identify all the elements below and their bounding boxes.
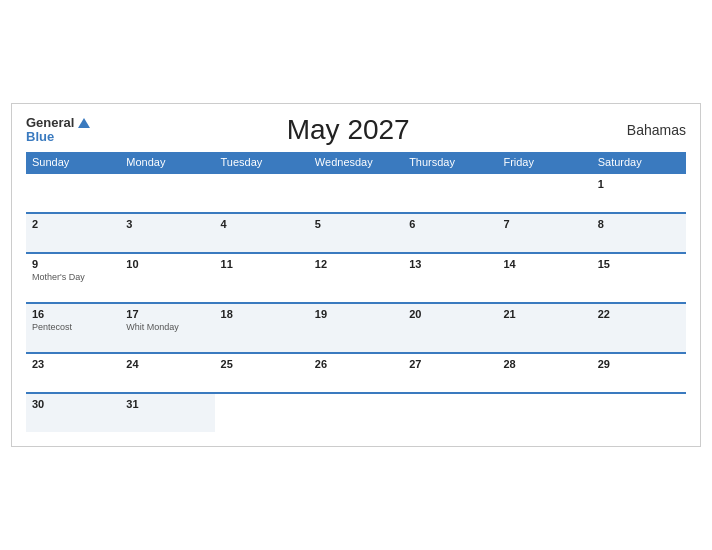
calendar-cell: 2 bbox=[26, 213, 120, 253]
calendar-cell bbox=[26, 173, 120, 213]
calendar-cell: 9Mother's Day bbox=[26, 253, 120, 303]
logo-general: General bbox=[26, 116, 90, 130]
day-number: 28 bbox=[503, 358, 585, 370]
logo-triangle-icon bbox=[78, 118, 90, 128]
day-number: 16 bbox=[32, 308, 114, 320]
calendar-cell: 13 bbox=[403, 253, 497, 303]
day-number: 29 bbox=[598, 358, 680, 370]
calendar-cell: 28 bbox=[497, 353, 591, 393]
day-number: 19 bbox=[315, 308, 397, 320]
calendar-cell: 22 bbox=[592, 303, 686, 353]
calendar-cell: 6 bbox=[403, 213, 497, 253]
weekday-header: Sunday bbox=[26, 152, 120, 173]
logo-blue-text: Blue bbox=[26, 130, 90, 144]
calendar-cell bbox=[215, 393, 309, 432]
day-number: 11 bbox=[221, 258, 303, 270]
country-name: Bahamas bbox=[606, 122, 686, 138]
calendar-cell: 26 bbox=[309, 353, 403, 393]
day-number: 17 bbox=[126, 308, 208, 320]
day-number: 13 bbox=[409, 258, 491, 270]
calendar-cell: 21 bbox=[497, 303, 591, 353]
calendar-cell: 31 bbox=[120, 393, 214, 432]
weekday-header-row: SundayMondayTuesdayWednesdayThursdayFrid… bbox=[26, 152, 686, 173]
weekday-header: Wednesday bbox=[309, 152, 403, 173]
day-number: 26 bbox=[315, 358, 397, 370]
logo-general-text: General bbox=[26, 116, 74, 130]
holiday-label: Mother's Day bbox=[32, 272, 114, 282]
day-number: 1 bbox=[598, 178, 680, 190]
day-number: 25 bbox=[221, 358, 303, 370]
calendar-week-row: 9Mother's Day101112131415 bbox=[26, 253, 686, 303]
calendar-cell bbox=[403, 173, 497, 213]
day-number: 14 bbox=[503, 258, 585, 270]
calendar-cell: 27 bbox=[403, 353, 497, 393]
calendar-table: SundayMondayTuesdayWednesdayThursdayFrid… bbox=[26, 152, 686, 432]
day-number: 8 bbox=[598, 218, 680, 230]
day-number: 15 bbox=[598, 258, 680, 270]
day-number: 22 bbox=[598, 308, 680, 320]
day-number: 5 bbox=[315, 218, 397, 230]
day-number: 6 bbox=[409, 218, 491, 230]
calendar-cell: 11 bbox=[215, 253, 309, 303]
day-number: 10 bbox=[126, 258, 208, 270]
calendar-week-row: 23242526272829 bbox=[26, 353, 686, 393]
calendar-week-row: 16Pentecost17Whit Monday1819202122 bbox=[26, 303, 686, 353]
calendar-cell: 14 bbox=[497, 253, 591, 303]
calendar-cell: 18 bbox=[215, 303, 309, 353]
calendar-cell bbox=[497, 173, 591, 213]
calendar-cell: 17Whit Monday bbox=[120, 303, 214, 353]
day-number: 20 bbox=[409, 308, 491, 320]
calendar-cell: 4 bbox=[215, 213, 309, 253]
calendar-cell bbox=[309, 173, 403, 213]
calendar-cell: 7 bbox=[497, 213, 591, 253]
calendar-cell: 5 bbox=[309, 213, 403, 253]
calendar-week-row: 2345678 bbox=[26, 213, 686, 253]
weekday-header: Friday bbox=[497, 152, 591, 173]
calendar-cell: 15 bbox=[592, 253, 686, 303]
calendar-cell bbox=[215, 173, 309, 213]
calendar-cell bbox=[497, 393, 591, 432]
day-number: 9 bbox=[32, 258, 114, 270]
calendar-cell bbox=[309, 393, 403, 432]
day-number: 27 bbox=[409, 358, 491, 370]
calendar-cell bbox=[592, 393, 686, 432]
calendar-header: General Blue May 2027 Bahamas bbox=[26, 114, 686, 146]
calendar-thead: SundayMondayTuesdayWednesdayThursdayFrid… bbox=[26, 152, 686, 173]
day-number: 31 bbox=[126, 398, 208, 410]
holiday-label: Whit Monday bbox=[126, 322, 208, 332]
calendar-cell: 25 bbox=[215, 353, 309, 393]
weekday-header: Monday bbox=[120, 152, 214, 173]
calendar-cell: 3 bbox=[120, 213, 214, 253]
calendar-title: May 2027 bbox=[90, 114, 606, 146]
calendar-cell: 8 bbox=[592, 213, 686, 253]
day-number: 4 bbox=[221, 218, 303, 230]
weekday-header: Thursday bbox=[403, 152, 497, 173]
calendar-container: General Blue May 2027 Bahamas SundayMond… bbox=[11, 103, 701, 447]
day-number: 21 bbox=[503, 308, 585, 320]
day-number: 30 bbox=[32, 398, 114, 410]
calendar-cell: 23 bbox=[26, 353, 120, 393]
calendar-week-row: 1 bbox=[26, 173, 686, 213]
day-number: 7 bbox=[503, 218, 585, 230]
day-number: 2 bbox=[32, 218, 114, 230]
calendar-cell: 19 bbox=[309, 303, 403, 353]
day-number: 24 bbox=[126, 358, 208, 370]
day-number: 3 bbox=[126, 218, 208, 230]
logo: General Blue bbox=[26, 116, 90, 145]
day-number: 23 bbox=[32, 358, 114, 370]
day-number: 12 bbox=[315, 258, 397, 270]
calendar-week-row: 3031 bbox=[26, 393, 686, 432]
calendar-cell: 10 bbox=[120, 253, 214, 303]
weekday-header: Saturday bbox=[592, 152, 686, 173]
calendar-cell: 16Pentecost bbox=[26, 303, 120, 353]
holiday-label: Pentecost bbox=[32, 322, 114, 332]
calendar-cell: 1 bbox=[592, 173, 686, 213]
calendar-cell bbox=[120, 173, 214, 213]
calendar-cell: 30 bbox=[26, 393, 120, 432]
calendar-cell: 20 bbox=[403, 303, 497, 353]
calendar-cell: 12 bbox=[309, 253, 403, 303]
calendar-tbody: 123456789Mother's Day10111213141516Pente… bbox=[26, 173, 686, 432]
calendar-cell bbox=[403, 393, 497, 432]
calendar-cell: 29 bbox=[592, 353, 686, 393]
weekday-header: Tuesday bbox=[215, 152, 309, 173]
